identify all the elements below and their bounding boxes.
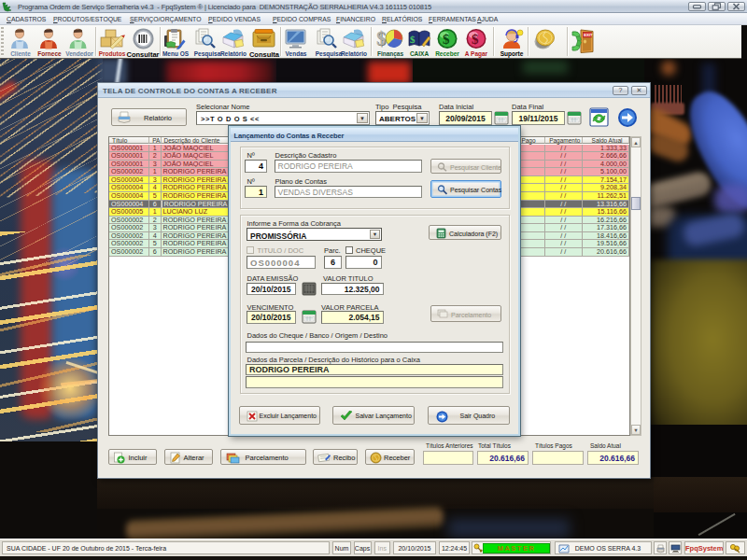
svg-text:$: $ — [472, 32, 479, 47]
svg-text:$: $ — [443, 32, 450, 47]
svg-text:$: $ — [410, 34, 416, 45]
svg-text:EXIT: EXIT — [584, 33, 593, 37]
svg-text:$: $ — [376, 28, 386, 49]
